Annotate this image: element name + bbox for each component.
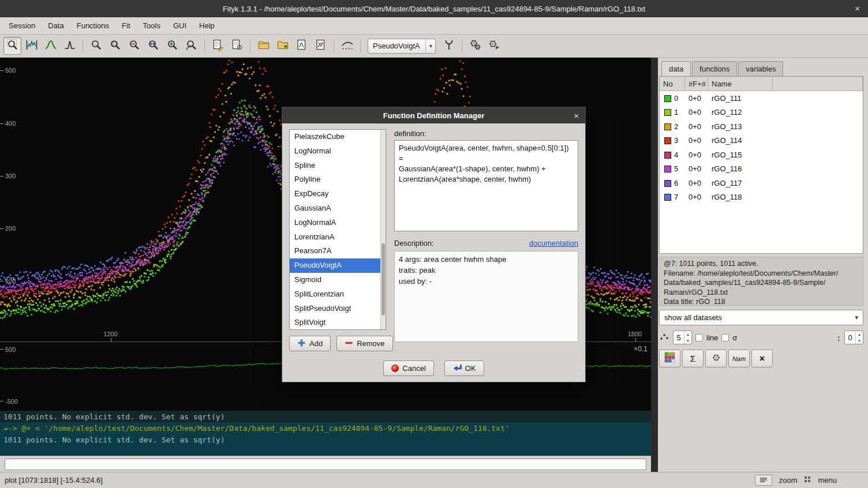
cancel-button[interactable]: Cancel (383, 361, 433, 376)
rename-button[interactable]: Nam (728, 350, 750, 367)
add-peak-outline-icon (63, 39, 76, 54)
function-type-list[interactable]: PielaszekCubeLogNormalSplinePolylineExpD… (289, 129, 386, 330)
aux-scale-label: ×0.1 (634, 345, 648, 353)
scrollbar[interactable] (380, 130, 386, 329)
tab-data[interactable]: data (661, 61, 691, 76)
stepper-arrows-icon[interactable]: ▴▾ (684, 331, 691, 344)
documentation-link[interactable]: documentation (529, 239, 578, 247)
datasets-dropdown[interactable]: show all datasets ▾ (659, 310, 863, 325)
definition-textarea[interactable]: PseudoVoigtA(area, center, hwhm, shape=0… (394, 140, 578, 231)
info-line: @7: 1011 points, 1011 active. (664, 259, 859, 269)
remove-button[interactable]: Remove (336, 336, 392, 351)
function-type-item[interactable]: Spline (290, 159, 386, 173)
color-swatch[interactable] (664, 123, 671, 130)
zoom-all-button[interactable] (87, 37, 105, 55)
dataset-row[interactable]: 70+0rGO_118 (660, 190, 863, 205)
auto-guess-button[interactable] (440, 37, 458, 55)
menu-tools[interactable]: Tools (137, 17, 167, 34)
data-range-button[interactable] (23, 37, 40, 55)
sum-button[interactable]: Σ (682, 350, 704, 367)
point-size-icon (659, 332, 669, 344)
scrollbar-thumb[interactable] (381, 243, 385, 316)
column-header (773, 77, 863, 91)
stepper-arrows-icon[interactable]: ▴▾ (855, 331, 863, 344)
run-script-button[interactable] (485, 37, 503, 55)
window-close-button[interactable]: × (855, 4, 860, 13)
edit-script-button[interactable] (228, 37, 246, 55)
color-swatch[interactable] (664, 166, 671, 172)
function-type-item[interactable]: LogNormalA (290, 216, 386, 230)
function-type-item[interactable]: SplitPseudoVoigt (290, 302, 386, 316)
zoom-out-button[interactable] (125, 37, 143, 55)
function-type-item[interactable]: PseudoVoigtA (290, 258, 386, 273)
window-title: Fityk 1.3.1 - /home/aleplo/test/Document… (223, 5, 645, 13)
line-checkbox-label: line (706, 333, 718, 342)
open-file-button[interactable] (255, 37, 272, 55)
color-swatch[interactable] (664, 194, 671, 201)
dataset-row[interactable]: 20+0rGO_113 (660, 119, 863, 134)
point-size-stepper[interactable]: 5 ▴▾ (673, 331, 692, 344)
append-file-button[interactable] (274, 37, 291, 55)
function-type-item[interactable]: Sigmoid (290, 273, 386, 287)
zoom-horizontal-button[interactable] (144, 37, 162, 55)
zoom-in-button[interactable] (163, 37, 181, 55)
function-type-dropdown[interactable]: PseudoVoigtA▾ (368, 39, 436, 54)
function-type-item[interactable]: LorentzianA (290, 230, 386, 245)
add-peak-button[interactable] (42, 37, 59, 55)
zoom-rect-button[interactable] (3, 37, 21, 55)
function-type-item[interactable]: SplitLorentzian (290, 287, 386, 302)
function-type-item[interactable]: LogNormal (290, 144, 386, 159)
menu-functions[interactable]: Functions (70, 17, 115, 34)
export-chart-button[interactable] (293, 37, 310, 55)
shift-stepper[interactable]: 0 ▴▾ (844, 331, 863, 344)
add-peak-outline-button[interactable] (61, 37, 78, 55)
sigma-checkbox[interactable] (721, 334, 729, 341)
command-input[interactable] (5, 459, 646, 470)
chevron-down-icon: ▾ (855, 314, 858, 321)
save-image-button[interactable] (312, 37, 330, 55)
baseline-button[interactable] (338, 37, 356, 55)
menu-data[interactable]: Data (42, 17, 70, 34)
dialog-close-button[interactable]: × (574, 111, 579, 121)
zoom-undo-button[interactable] (182, 37, 200, 55)
cancel-icon (391, 365, 399, 372)
menu-gui[interactable]: GUI (167, 17, 193, 34)
color-swatch[interactable] (664, 152, 671, 159)
description-line: 4 args: area center hwhm shape (399, 254, 574, 265)
menu-help[interactable]: Help (193, 17, 221, 34)
dataset-row[interactable]: 00+0rGO_111 (660, 91, 863, 106)
tab-functions[interactable]: functions (692, 61, 737, 76)
function-type-item[interactable]: Polyline (290, 172, 386, 187)
delete-dataset-button[interactable]: × (751, 350, 773, 367)
dataset-row[interactable]: 60+0rGO_117 (660, 176, 863, 190)
splitter[interactable] (651, 58, 658, 472)
function-type-item[interactable]: Pearson7A (290, 244, 386, 258)
dataset-colors-button[interactable] (659, 350, 680, 367)
transform-button[interactable] (705, 350, 727, 367)
dataset-row[interactable]: 50+0rGO_116 (660, 162, 863, 177)
description-box: 4 args: area center hwhm shapetraits: pe… (394, 251, 578, 342)
zoom-select-button[interactable] (106, 37, 124, 55)
function-type-item[interactable]: GaussianA (290, 201, 386, 216)
menu-session[interactable]: Session (2, 17, 42, 34)
run-gears-button[interactable] (466, 37, 484, 55)
function-type-item[interactable]: ExpDecay (290, 187, 386, 201)
color-swatch[interactable] (664, 137, 671, 144)
color-swatch[interactable] (664, 109, 671, 116)
gear-icon (710, 352, 722, 365)
status-toggle-button[interactable] (755, 475, 772, 486)
log-script-button[interactable] (209, 37, 227, 55)
function-type-item[interactable]: SplitVoigt (290, 316, 386, 330)
tab-variables[interactable]: variables (738, 61, 783, 76)
log-script-icon (212, 39, 225, 54)
color-swatch[interactable] (664, 180, 671, 187)
dataset-row[interactable]: 30+0rGO_114 (660, 134, 863, 148)
function-type-item[interactable]: PielaszekCube (290, 130, 386, 144)
add-button[interactable]: Add (289, 336, 331, 351)
ok-button[interactable]: OK (444, 361, 484, 376)
line-checkbox[interactable] (695, 334, 703, 341)
dataset-row[interactable]: 10+0rGO_112 (660, 106, 863, 120)
menu-fit[interactable]: Fit (115, 17, 136, 34)
color-swatch[interactable] (664, 95, 671, 102)
dataset-row[interactable]: 40+0rGO_115 (660, 148, 863, 162)
